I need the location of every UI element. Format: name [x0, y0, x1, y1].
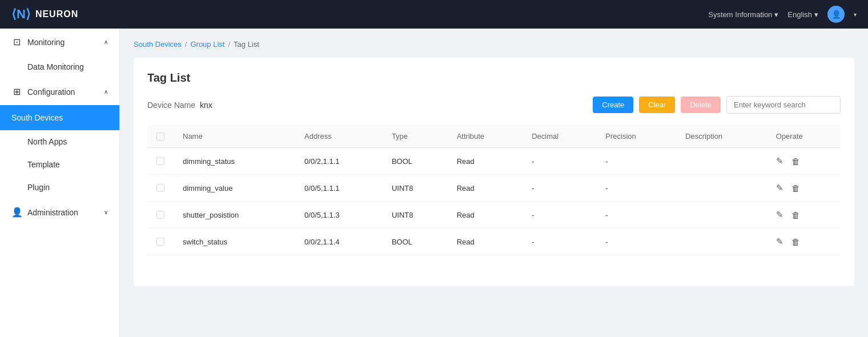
delete-icon-1[interactable]: 🗑	[791, 183, 800, 193]
sidebar-item-data-monitoring[interactable]: Data Monitoring	[0, 55, 119, 78]
sidebar-item-monitoring-label: Monitoring	[27, 38, 65, 47]
row-checkbox-0	[147, 148, 174, 175]
logo-icon: ⟨N⟩	[11, 7, 31, 22]
search-input[interactable]	[726, 96, 841, 114]
row-type-3: BOOL	[383, 228, 448, 255]
th-operate: Operate	[767, 125, 841, 148]
device-name-value: knx	[200, 101, 212, 110]
content-area: South Devices / Group List / Tag List Ta…	[120, 29, 868, 337]
delete-icon-2[interactable]: 🗑	[791, 210, 800, 220]
table-row: shutter_posistion 0/0/5,1.1.3 UINT8 Read…	[147, 202, 841, 228]
row-precision-2: -	[596, 202, 676, 228]
table-header: Name Address Type Attribute Decimal Prec…	[147, 125, 841, 148]
system-info-chevron: ▾	[774, 10, 778, 19]
row-attribute-3: Read	[448, 228, 523, 255]
page-title: Tag List	[147, 71, 841, 85]
clear-button[interactable]: Clear	[639, 97, 675, 113]
row-description-3	[676, 228, 767, 255]
row-checkbox-1	[147, 175, 174, 202]
breadcrumb-sep-1: /	[185, 40, 187, 49]
edit-icon-0[interactable]: ✎	[776, 156, 783, 166]
sidebar-item-configuration[interactable]: ⊞ Configuration ∧	[0, 78, 119, 105]
edit-icon-1[interactable]: ✎	[776, 183, 783, 193]
row-select-1[interactable]	[156, 184, 164, 192]
row-decimal-1: -	[523, 175, 596, 202]
system-info-button[interactable]: System Information ▾	[708, 10, 778, 19]
edit-icon-3[interactable]: ✎	[776, 236, 783, 247]
row-address-0: 0/0/2,1.1.1	[295, 148, 383, 175]
row-operate-2: ✎ 🗑	[767, 202, 841, 228]
row-operate-0: ✎ 🗑	[767, 148, 841, 175]
row-decimal-2: -	[523, 202, 596, 228]
sidebar: ⊡ Monitoring ∧ Data Monitoring ⊞ Configu…	[0, 29, 120, 337]
th-type: Type	[383, 125, 448, 148]
sidebar-item-plugin[interactable]: Plugin	[0, 176, 119, 199]
logo: ⟨N⟩ NEURON	[11, 7, 78, 22]
select-all-checkbox[interactable]	[156, 133, 164, 141]
row-name-3: switch_status	[174, 228, 295, 255]
row-checkbox-2	[147, 202, 174, 228]
sidebar-item-administration-label: Administration	[27, 208, 78, 217]
row-precision-0: -	[596, 148, 676, 175]
sidebar-item-template[interactable]: Template	[0, 153, 119, 176]
main-layout: ⊡ Monitoring ∧ Data Monitoring ⊞ Configu…	[0, 29, 868, 337]
table-row: dimming_value 0/0/5,1.1.1 UINT8 Read - -…	[147, 175, 841, 202]
row-description-2	[676, 202, 767, 228]
sidebar-item-monitoring[interactable]: ⊡ Monitoring ∧	[0, 29, 119, 55]
row-attribute-0: Read	[448, 148, 523, 175]
sidebar-item-template-label: Template	[27, 160, 60, 169]
logo-text: NEURON	[35, 9, 78, 19]
monitoring-chevron: ∧	[104, 39, 108, 45]
create-button[interactable]: Create	[593, 97, 633, 113]
topnav-right: System Information ▾ English ▾ 👤 ▾	[708, 6, 857, 23]
row-operate-3: ✎ 🗑	[767, 228, 841, 255]
language-selector[interactable]: English ▾	[787, 10, 818, 19]
table-row: switch_status 0/0/2,1.1.4 BOOL Read - - …	[147, 228, 841, 255]
th-name: Name	[174, 125, 295, 148]
row-address-2: 0/0/5,1.1.3	[295, 202, 383, 228]
sidebar-item-north-apps[interactable]: North Apps	[0, 130, 119, 153]
row-decimal-0: -	[523, 148, 596, 175]
language-chevron: ▾	[814, 10, 818, 19]
th-description: Description	[676, 125, 767, 148]
sidebar-item-plugin-label: Plugin	[27, 183, 50, 192]
row-checkbox-3	[147, 228, 174, 255]
table-row: dimming_status 0/0/2,1.1.1 BOOL Read - -…	[147, 148, 841, 175]
page-card: Tag List Device Name knx Create Clear De…	[134, 58, 854, 286]
toolbar: Device Name knx Create Clear Delete	[147, 96, 841, 114]
sidebar-item-administration[interactable]: 👤 Administration ∨	[0, 199, 119, 226]
delete-icon-3[interactable]: 🗑	[791, 237, 800, 247]
row-attribute-1: Read	[448, 175, 523, 202]
edit-icon-2[interactable]: ✎	[776, 210, 783, 220]
row-select-3[interactable]	[156, 238, 164, 246]
system-info-label: System Information	[708, 10, 772, 19]
row-type-2: UINT8	[383, 202, 448, 228]
breadcrumb-south-devices[interactable]: South Devices	[134, 40, 182, 49]
row-select-0[interactable]	[156, 157, 164, 165]
row-address-1: 0/0/5,1.1.1	[295, 175, 383, 202]
delete-button[interactable]: Delete	[681, 97, 721, 113]
row-select-2[interactable]	[156, 211, 164, 219]
sidebar-item-south-devices[interactable]: South Devices	[0, 105, 119, 130]
breadcrumb-sep-2: /	[228, 40, 230, 49]
delete-icon-0[interactable]: 🗑	[791, 157, 800, 166]
sidebar-item-configuration-label: Configuration	[27, 87, 75, 97]
row-type-0: BOOL	[383, 148, 448, 175]
toolbar-actions: Create Clear Delete	[593, 96, 841, 114]
monitoring-icon: ⊡	[11, 37, 22, 47]
th-precision: Precision	[596, 125, 676, 148]
row-precision-1: -	[596, 175, 676, 202]
sidebar-item-south-devices-label: South Devices	[11, 113, 63, 122]
avatar[interactable]: 👤	[827, 6, 845, 23]
topnav: ⟨N⟩ NEURON System Information ▾ English …	[0, 0, 868, 29]
administration-icon: 👤	[11, 207, 22, 218]
breadcrumb-group-list[interactable]: Group List	[190, 40, 224, 49]
row-operate-1: ✎ 🗑	[767, 175, 841, 202]
row-description-0	[676, 148, 767, 175]
avatar-chevron[interactable]: ▾	[854, 11, 857, 18]
row-name-1: dimming_value	[174, 175, 295, 202]
device-name-label: Device Name	[147, 101, 195, 110]
data-table: Name Address Type Attribute Decimal Prec…	[147, 125, 841, 255]
row-name-0: dimming_status	[174, 148, 295, 175]
th-attribute: Attribute	[448, 125, 523, 148]
